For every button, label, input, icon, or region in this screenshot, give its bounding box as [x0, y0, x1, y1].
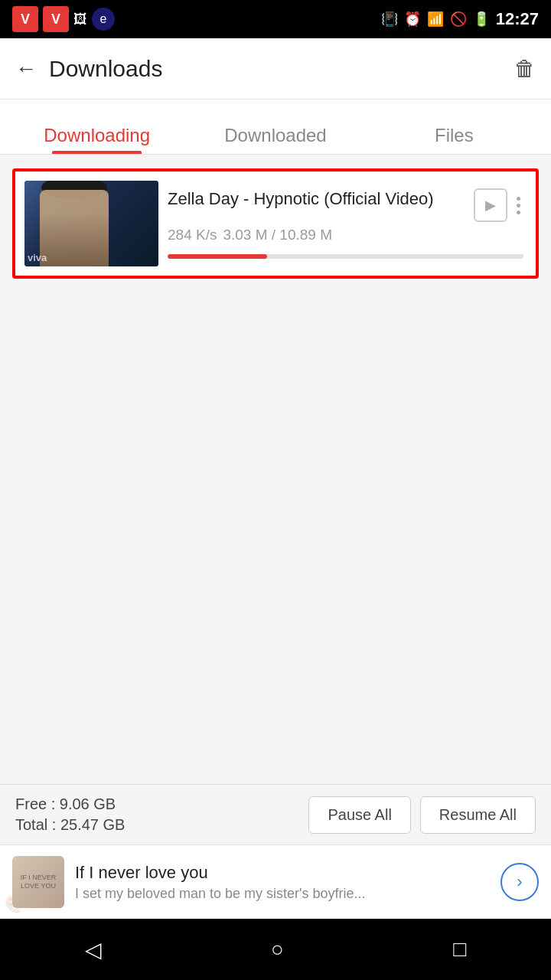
progress-bar-fill [168, 254, 267, 259]
bottom-buttons: Pause All Resume All [308, 796, 536, 834]
page-title: Downloads [49, 56, 162, 82]
download-list: viva Zella Day - Hypnotic (Official Vide… [0, 155, 551, 784]
download-speed: 284 K/s [168, 227, 217, 243]
vivaldi-icon-2: V [43, 6, 69, 32]
play-button[interactable]: ▶ [474, 188, 507, 222]
bottom-info-bar: Free : 9.06 GB Total : 25.47 GB Pause Al… [0, 784, 551, 844]
resume-all-button[interactable]: Resume All [420, 796, 536, 834]
status-time: 12:27 [496, 9, 539, 29]
e-icon: e [92, 8, 115, 31]
pause-all-button[interactable]: Pause All [308, 796, 410, 834]
more-dot-2 [517, 204, 520, 207]
notif-text: If I never love you I set my beloved man… [75, 863, 490, 902]
battery-icon: 🔋 [473, 11, 490, 28]
storage-info: Free : 9.06 GB Total : 25.47 GB [15, 795, 125, 834]
notif-description: I set my beloved man to be my sister's b… [75, 886, 490, 902]
status-bar: V V 🖼 e 📳 ⏰ 📶 🚫 🔋 12:27 [0, 0, 551, 38]
notif-thumb-text: IF I NEVER LOVE YOU [12, 872, 64, 892]
thumb-figure [40, 190, 109, 266]
total-storage: Total : 25.47 GB [15, 816, 125, 834]
vibrate-icon: 📳 [381, 11, 398, 28]
status-icons: 📳 ⏰ 📶 🚫 🔋 12:27 [381, 9, 539, 29]
more-dot-3 [517, 211, 520, 214]
vivaldi-icon-1: V [12, 6, 38, 32]
download-size: 3.03 M / 10.89 M [223, 227, 332, 243]
trash-button[interactable]: 🗑 [514, 56, 536, 81]
download-card-inner: viva Zella Day - Hypnotic (Official Vide… [24, 181, 527, 266]
status-bar-left: V V 🖼 e [12, 6, 115, 32]
nav-recents-button[interactable]: □ [453, 937, 466, 962]
vivaldi-watermark: viva [28, 252, 47, 263]
free-storage: Free : 9.06 GB [15, 795, 125, 813]
tab-files[interactable]: Files [365, 113, 543, 154]
nav-back-button[interactable]: ◁ [85, 937, 102, 962]
download-stats: 284 K/s 3.03 M / 10.89 M [168, 227, 523, 243]
notif-title: If I never love you [75, 863, 490, 883]
nav-bar: ◁ ○ □ [0, 919, 551, 980]
tabs-container: Downloading Downloaded Files [0, 100, 551, 155]
nav-home-button[interactable]: ○ [271, 937, 284, 962]
header: ← Downloads 🗑 [0, 38, 551, 100]
image-icon: 🖼 [73, 11, 87, 28]
download-actions: ▶ [474, 188, 523, 222]
notification-banner: 🎨 IF I NEVER LOVE YOU If I never love yo… [0, 844, 551, 919]
download-title: Zella Day - Hypnotic (Official Video) [168, 188, 434, 211]
back-button[interactable]: ← [15, 57, 37, 81]
download-info: Zella Day - Hypnotic (Official Video) ▶ … [168, 188, 527, 259]
signal-off-icon: 🚫 [450, 11, 467, 28]
more-dot-1 [517, 197, 520, 201]
header-left: ← Downloads [15, 56, 162, 82]
more-options-button[interactable] [514, 194, 523, 217]
tab-downloading[interactable]: Downloading [8, 113, 186, 154]
notif-thumbnail: IF I NEVER LOVE YOU [12, 856, 64, 908]
progress-bar-container [168, 254, 523, 259]
tab-downloaded[interactable]: Downloaded [186, 113, 364, 154]
alarm-icon: ⏰ [404, 11, 421, 28]
wifi-icon: 📶 [427, 11, 444, 28]
notif-action-button[interactable]: › [500, 863, 539, 901]
video-thumbnail: viva [24, 181, 158, 266]
download-card: viva Zella Day - Hypnotic (Official Vide… [12, 168, 539, 279]
notif-thumb-inner: IF I NEVER LOVE YOU [12, 856, 64, 908]
